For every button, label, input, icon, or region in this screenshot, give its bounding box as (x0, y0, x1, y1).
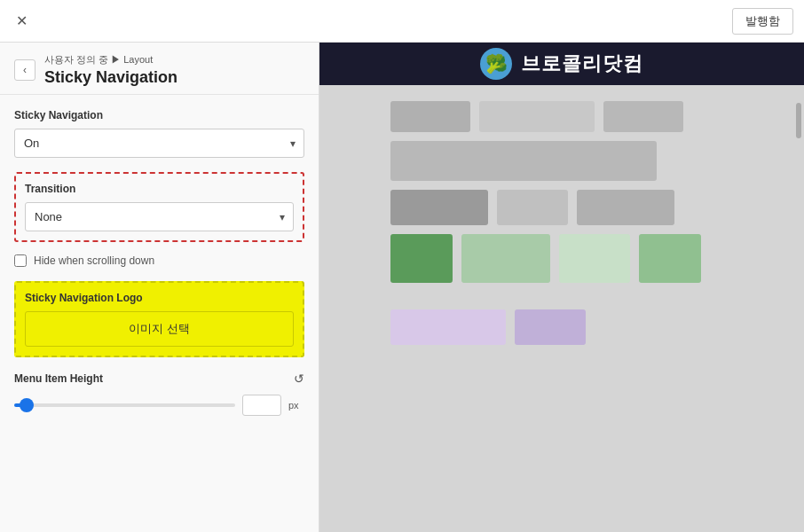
transition-label: Transition (25, 183, 294, 195)
sticky-nav-label: Sticky Navigation (14, 109, 304, 121)
top-bar-right: 발행함 (732, 8, 804, 35)
transition-select[interactable]: None Fade Slide (25, 202, 294, 231)
block-r1-2 (479, 101, 595, 132)
menu-height-slider[interactable] (14, 403, 235, 407)
block-r5-1 (390, 309, 506, 345)
main-layout: ‹ 사용자 정의 중 ▶ Layout Sticky Navigation St… (0, 43, 804, 532)
preview-row-2 (390, 141, 786, 181)
transition-select-wrapper: None Fade Slide ▾ (25, 202, 294, 231)
hide-scroll-label[interactable]: Hide when scrolling down (34, 254, 154, 267)
preview-content (319, 85, 804, 532)
preview-row-5 (390, 309, 786, 345)
menu-height-value-input[interactable] (242, 395, 281, 416)
hide-scroll-row: Hide when scrolling down (14, 254, 304, 267)
hide-scroll-checkbox[interactable] (14, 254, 27, 267)
block-r3-1 (390, 190, 488, 225)
left-sidebar: ‹ 사용자 정의 중 ▶ Layout Sticky Navigation St… (0, 43, 319, 532)
block-r4-1 (390, 234, 453, 283)
transition-section: Transition None Fade Slide ▾ (14, 172, 304, 242)
slider-title: Menu Item Height (14, 372, 103, 385)
preview-scrollbar (796, 103, 801, 138)
sticky-nav-select-wrapper: On Off ▾ (14, 129, 304, 158)
block-r3-2 (497, 190, 568, 225)
preview-row-3 (390, 190, 786, 225)
preview-logo-icon: 🥦 (480, 48, 512, 80)
sticky-nav-select[interactable]: On Off (14, 129, 304, 158)
sidebar-header: ‹ 사용자 정의 중 ▶ Layout Sticky Navigation (0, 43, 319, 95)
logo-section: Sticky Navigation Logo 이미지 선택 (14, 281, 304, 357)
block-r5-2 (515, 309, 586, 345)
slider-header: Menu Item Height ↺ (14, 372, 304, 386)
publish-button[interactable]: 발행함 (732, 8, 793, 35)
block-r4-4 (639, 234, 701, 283)
block-r2-1 (390, 141, 657, 181)
preview-site-title: 브로콜리닷컴 (521, 51, 643, 77)
top-bar: ✕ 발행함 (0, 0, 804, 43)
breadcrumb-section: 사용자 정의 중 ▶ Layout Sticky Navigation (44, 53, 177, 87)
slider-row: px (14, 395, 304, 416)
block-r4-3 (559, 234, 630, 283)
block-r3-3 (577, 190, 674, 225)
back-button[interactable]: ‹ (14, 59, 35, 81)
logo-section-title: Sticky Navigation Logo (25, 292, 294, 304)
block-r4-2 (461, 234, 550, 283)
image-select-button[interactable]: 이미지 선택 (25, 311, 294, 347)
top-bar-left: ✕ (0, 9, 34, 34)
preview-row-4 (390, 234, 786, 283)
sidebar-content: Sticky Navigation On Off ▾ Transition No… (0, 95, 319, 444)
right-preview: 🥦 브로콜리닷컴 (319, 43, 804, 532)
block-r1-1 (390, 101, 470, 132)
preview-header: 🥦 브로콜리닷컴 (319, 43, 804, 85)
page-title: Sticky Navigation (44, 68, 177, 87)
close-button[interactable]: ✕ (9, 9, 34, 34)
slider-unit: px (288, 400, 304, 411)
reset-icon[interactable]: ↺ (294, 372, 304, 386)
slider-section: Menu Item Height ↺ px (14, 372, 304, 416)
breadcrumb: 사용자 정의 중 ▶ Layout (44, 53, 177, 66)
block-r1-3 (603, 101, 683, 132)
preview-row-1 (390, 101, 786, 132)
